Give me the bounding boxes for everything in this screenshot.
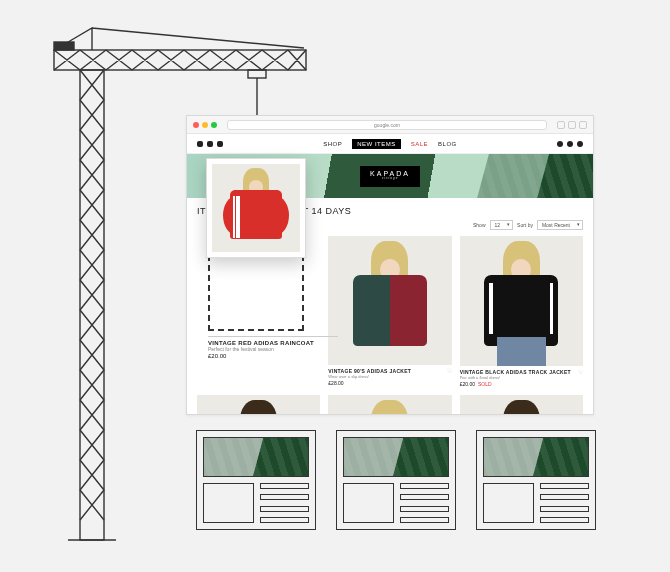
wf-box xyxy=(483,483,534,523)
nav-blog[interactable]: BLOG xyxy=(438,141,457,147)
wireframe-page xyxy=(196,430,316,530)
svg-rect-1 xyxy=(54,50,306,70)
product-thumb xyxy=(328,236,451,365)
cart-icon[interactable] xyxy=(567,141,573,147)
wf-hero xyxy=(483,437,589,477)
product-name: VINTAGE BLACK ADIDAS TRACK JACKET xyxy=(460,369,583,375)
product-card[interactable]: VINTAGE BLACK ADIDAS TRACK JACKET Pair w… xyxy=(460,236,583,387)
search-icon[interactable] xyxy=(557,141,563,147)
browser-action-icons xyxy=(557,121,587,129)
browser-chrome: google.com xyxy=(187,116,593,134)
close-dot[interactable] xyxy=(193,122,199,128)
main-nav: SHOP NEW ITEMS SALE BLOG xyxy=(323,139,457,149)
placeholder-price: £20.00 xyxy=(208,353,338,359)
wf-box xyxy=(203,483,254,523)
product-card[interactable] xyxy=(460,395,583,416)
facebook-icon[interactable] xyxy=(197,141,203,147)
address-bar[interactable]: google.com xyxy=(227,120,547,130)
lifted-thumb xyxy=(212,164,300,252)
wf-lines xyxy=(540,483,589,523)
address-url: google.com xyxy=(374,122,400,128)
sold-badge: SOLD xyxy=(478,381,492,387)
nav-sale[interactable]: SALE xyxy=(411,141,428,147)
product-card[interactable] xyxy=(328,395,451,416)
show-label: Show xyxy=(473,222,486,228)
instagram-icon[interactable] xyxy=(207,141,213,147)
wf-hero xyxy=(343,437,449,477)
wireframe-thumbnails xyxy=(196,430,596,530)
product-thumb xyxy=(460,236,583,366)
sort-select[interactable]: Most Recent xyxy=(537,220,583,230)
site-topbar: SHOP NEW ITEMS SALE BLOG xyxy=(187,134,593,154)
wf-lines xyxy=(400,483,449,523)
product-price: £20.00SOLD xyxy=(460,381,583,387)
product-price: £28.00 xyxy=(328,380,451,386)
wf-box xyxy=(343,483,394,523)
wireframe-page xyxy=(476,430,596,530)
brand-tagline: vintage xyxy=(370,177,410,180)
sort-label: Sort by xyxy=(517,222,533,228)
product-sub: Pair with a floral dress! xyxy=(460,375,583,380)
svg-rect-3 xyxy=(248,70,266,78)
nav-new-items[interactable]: NEW ITEMS xyxy=(352,139,401,149)
product-sub: Wear over a slip dress! xyxy=(328,374,451,379)
heart-icon[interactable]: ♡ xyxy=(447,367,452,374)
share-icon[interactable] xyxy=(557,121,565,129)
heart-icon[interactable]: ♡ xyxy=(578,368,583,375)
drop-placeholder-meta: VINTAGE RED ADIDAS RAINCOAT Perfect for … xyxy=(208,336,338,359)
product-card[interactable]: VINTAGE 90'S ADIDAS JACKET Wear over a s… xyxy=(328,236,451,387)
product-card[interactable] xyxy=(197,395,320,416)
wireframe-page xyxy=(336,430,456,530)
traffic-lights xyxy=(193,122,217,128)
topbar-right xyxy=(557,141,583,147)
nav-shop[interactable]: SHOP xyxy=(323,141,342,147)
twitter-icon[interactable] xyxy=(217,141,223,147)
svg-rect-0 xyxy=(80,70,104,540)
plus-icon[interactable] xyxy=(568,121,576,129)
brand-logo[interactable]: KAPADA vintage xyxy=(360,166,420,187)
account-icon[interactable] xyxy=(577,141,583,147)
wf-hero xyxy=(203,437,309,477)
maximize-dot[interactable] xyxy=(211,122,217,128)
tabs-icon[interactable] xyxy=(579,121,587,129)
lifted-product-card[interactable] xyxy=(206,158,306,258)
show-select[interactable]: 12 xyxy=(490,220,514,230)
social-icons xyxy=(197,141,223,147)
wf-lines xyxy=(260,483,309,523)
placeholder-sub: Perfect for the festival season xyxy=(208,346,338,352)
svg-rect-2 xyxy=(54,42,74,50)
minimize-dot[interactable] xyxy=(202,122,208,128)
